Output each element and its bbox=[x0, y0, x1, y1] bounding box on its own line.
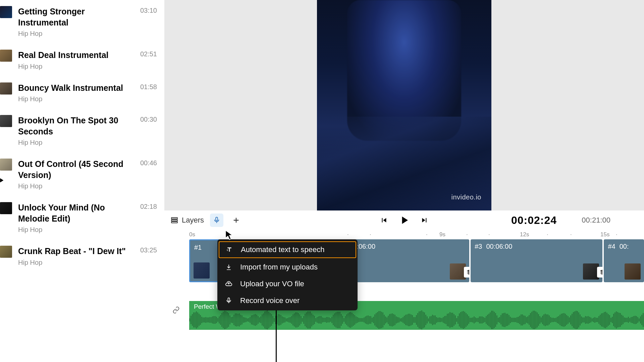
track-genre: Hip Hop bbox=[18, 259, 134, 266]
dropdown-item-import[interactable]: Import from my uploads bbox=[217, 259, 358, 276]
ruler-tick: 15s bbox=[600, 231, 609, 238]
text-icon bbox=[225, 246, 233, 254]
ruler-tick: 9s bbox=[439, 231, 445, 238]
timeline-clip[interactable]: #300:06:00 bbox=[471, 239, 602, 282]
timeline-ruler[interactable]: 0s · · · 9s · · 12s · · 15s · bbox=[164, 230, 644, 239]
layers-icon[interactable] bbox=[597, 267, 602, 278]
svg-rect-1 bbox=[171, 220, 177, 221]
track-item[interactable]: Getting Stronger Instrumental Hip Hop 03… bbox=[0, 0, 164, 44]
track-item[interactable]: Real Deal Instrumental Hip Hop 02:51 bbox=[0, 44, 164, 76]
microphone-icon bbox=[225, 297, 233, 305]
layers-icon bbox=[170, 216, 178, 224]
dropdown-label: Import from my uploads bbox=[240, 263, 318, 272]
clip-thumbnail bbox=[583, 263, 599, 280]
dropdown-label: Record voice over bbox=[240, 296, 300, 305]
track-title: Bouncy Walk Instrumental bbox=[18, 82, 134, 94]
ruler-tick: 12s bbox=[520, 231, 529, 238]
unlink-icon[interactable] bbox=[172, 306, 180, 315]
track-thumbnail bbox=[0, 202, 12, 214]
track-title: Unlock Your Mind (No Melodie Edit) bbox=[18, 202, 134, 224]
track-title: Crunk Rap Beat - "I Dew It" bbox=[18, 246, 134, 257]
track-thumbnail bbox=[0, 6, 12, 18]
track-title: Real Deal Instrumental bbox=[18, 50, 134, 61]
skip-next-button[interactable] bbox=[420, 216, 429, 225]
clip-duration: 00: bbox=[620, 243, 629, 250]
track-duration: 03:10 bbox=[140, 6, 157, 14]
track-thumbnail bbox=[0, 159, 12, 171]
microphone-icon bbox=[213, 217, 220, 224]
track-genre: Hip Hop bbox=[18, 63, 134, 70]
track-duration: 01:58 bbox=[140, 82, 157, 91]
track-thumbnail bbox=[0, 246, 12, 258]
track-duration: 02:51 bbox=[140, 50, 157, 58]
track-thumbnail bbox=[0, 82, 12, 95]
track-duration: 00:46 bbox=[140, 159, 157, 167]
track-genre: Hip Hop bbox=[18, 95, 134, 103]
dropdown-item-upload[interactable]: Upload your VO file bbox=[217, 276, 358, 292]
voiceover-dropdown: Automated text to speech Import from my … bbox=[217, 239, 358, 310]
layers-button[interactable]: Layers bbox=[170, 216, 204, 225]
svg-rect-3 bbox=[216, 217, 218, 221]
voiceover-button[interactable] bbox=[210, 214, 223, 227]
playback-controls bbox=[380, 214, 429, 227]
ruler-tick: 0s bbox=[189, 231, 195, 238]
music-library-sidebar: Getting Stronger Instrumental Hip Hop 03… bbox=[0, 0, 164, 362]
plus-icon bbox=[232, 217, 240, 224]
skip-previous-button[interactable] bbox=[380, 216, 388, 225]
clip-duration: 00:06:00 bbox=[486, 243, 513, 250]
track-item[interactable]: Out Of Control (45 Second Version) Hip H… bbox=[0, 153, 164, 196]
track-genre: Hip Hop bbox=[18, 30, 134, 38]
total-time: 00:21:00 bbox=[582, 216, 610, 225]
video-preview: invideo.io bbox=[164, 0, 644, 210]
add-button[interactable] bbox=[229, 214, 243, 227]
cursor-icon bbox=[225, 230, 234, 242]
clip-thumbnail bbox=[450, 263, 466, 280]
track-title: Getting Stronger Instrumental bbox=[18, 6, 134, 28]
track-item[interactable]: Unlock Your Mind (No Melodie Edit) Hip H… bbox=[0, 196, 164, 240]
svg-rect-2 bbox=[171, 222, 177, 223]
track-item[interactable]: Bouncy Walk Instrumental Hip Hop 01:58 bbox=[0, 76, 164, 109]
dropdown-label: Automated text to speech bbox=[241, 245, 325, 254]
current-time: 00:02:24 bbox=[511, 214, 557, 227]
timeline-toolbar: Layers 00:02:24 00:21:00 bbox=[164, 210, 644, 230]
play-button[interactable] bbox=[398, 214, 411, 227]
dropdown-item-tts[interactable]: Automated text to speech bbox=[219, 241, 356, 258]
clip-id: #1 bbox=[194, 244, 202, 251]
clip-thumbnail bbox=[625, 263, 641, 280]
dropdown-item-record[interactable]: Record voice over bbox=[217, 292, 358, 309]
track-title: Brooklyn On The Spot 30 Seconds bbox=[18, 115, 134, 137]
track-duration: 03:25 bbox=[140, 246, 157, 254]
svg-rect-0 bbox=[171, 218, 177, 219]
track-genre: Hip Hop bbox=[18, 139, 134, 146]
track-duration: 00:30 bbox=[140, 115, 157, 123]
waveform bbox=[189, 310, 644, 330]
layers-label: Layers bbox=[182, 216, 204, 225]
dropdown-label: Upload your VO file bbox=[240, 280, 304, 288]
track-genre: Hip Hop bbox=[18, 226, 134, 234]
clip-id: #3 bbox=[475, 243, 482, 250]
track-item[interactable]: Brooklyn On The Spot 30 Seconds Hip Hop … bbox=[0, 109, 164, 153]
track-item[interactable]: Crunk Rap Beat - "I Dew It" Hip Hop 03:2… bbox=[0, 240, 164, 273]
track-title: Out Of Control (45 Second Version) bbox=[18, 159, 134, 180]
clip-thumbnail bbox=[194, 262, 210, 279]
svg-rect-4 bbox=[228, 298, 230, 301]
clip-id: #4 bbox=[608, 243, 615, 250]
track-thumbnail bbox=[0, 50, 12, 62]
track-genre: Hip Hop bbox=[18, 182, 134, 190]
timeline-clip[interactable]: #400: bbox=[604, 239, 644, 282]
download-icon bbox=[225, 263, 233, 271]
layers-icon[interactable] bbox=[464, 267, 469, 278]
track-thumbnail bbox=[0, 115, 12, 127]
cloud-upload-icon bbox=[225, 280, 233, 288]
preview-canvas[interactable]: invideo.io bbox=[317, 0, 491, 210]
play-icon[interactable] bbox=[0, 177, 5, 185]
track-duration: 02:18 bbox=[140, 202, 157, 210]
watermark: invideo.io bbox=[451, 193, 481, 201]
